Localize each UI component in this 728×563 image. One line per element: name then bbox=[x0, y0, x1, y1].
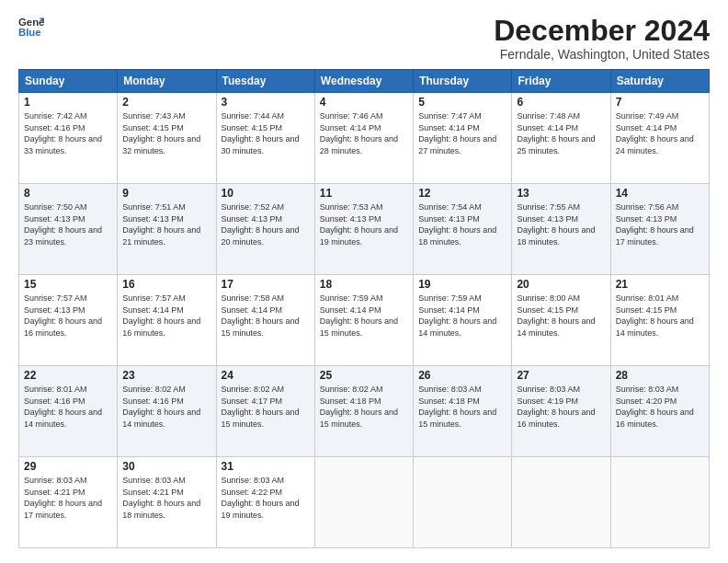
sunset-label: Sunset: 4:14 PM bbox=[616, 123, 677, 132]
daylight-label: Daylight: 8 hours and 14 minutes. bbox=[122, 408, 200, 429]
day-info: Sunrise: 7:56 AM Sunset: 4:13 PM Dayligh… bbox=[616, 201, 704, 247]
day-number: 14 bbox=[616, 187, 704, 200]
sunrise-label: Sunrise: 7:54 AM bbox=[418, 202, 482, 212]
sunrise-label: Sunrise: 8:02 AM bbox=[222, 385, 285, 394]
calendar-cell: 28 Sunrise: 8:03 AM Sunset: 4:20 PM Dayl… bbox=[610, 366, 709, 457]
calendar-cell: 8 Sunrise: 7:50 AM Sunset: 4:13 PM Dayli… bbox=[19, 184, 118, 275]
calendar-cell: 12 Sunrise: 7:54 AM Sunset: 4:13 PM Dayl… bbox=[414, 184, 512, 275]
sunrise-label: Sunrise: 8:02 AM bbox=[122, 385, 186, 394]
day-number: 31 bbox=[222, 460, 310, 473]
daylight-label: Daylight: 8 hours and 27 minutes. bbox=[418, 134, 496, 155]
daylight-label: Daylight: 8 hours and 17 minutes. bbox=[24, 499, 102, 520]
day-number: 20 bbox=[517, 278, 605, 291]
day-number: 27 bbox=[517, 369, 605, 382]
calendar-cell bbox=[414, 457, 512, 548]
location: Ferndale, Washington, United States bbox=[494, 47, 710, 62]
sunset-label: Sunset: 4:18 PM bbox=[320, 396, 381, 406]
daylight-label: Daylight: 8 hours and 33 minutes. bbox=[24, 134, 102, 155]
day-info: Sunrise: 8:00 AM Sunset: 4:15 PM Dayligh… bbox=[517, 293, 605, 339]
day-info: Sunrise: 8:02 AM Sunset: 4:18 PM Dayligh… bbox=[320, 384, 408, 430]
day-number: 17 bbox=[222, 278, 310, 291]
day-number: 21 bbox=[616, 278, 704, 291]
day-number: 5 bbox=[418, 96, 506, 109]
day-info: Sunrise: 7:57 AM Sunset: 4:14 PM Dayligh… bbox=[122, 293, 210, 339]
day-number: 15 bbox=[24, 278, 112, 291]
sunset-label: Sunset: 4:18 PM bbox=[418, 396, 480, 406]
sunset-label: Sunset: 4:22 PM bbox=[222, 488, 283, 497]
day-info: Sunrise: 7:48 AM Sunset: 4:14 PM Dayligh… bbox=[517, 110, 605, 156]
sunset-label: Sunset: 4:16 PM bbox=[122, 396, 184, 406]
sunrise-label: Sunrise: 8:03 AM bbox=[418, 385, 482, 394]
sunrise-label: Sunrise: 8:01 AM bbox=[616, 293, 679, 303]
daylight-label: Daylight: 8 hours and 15 minutes. bbox=[222, 316, 300, 338]
daylight-label: Daylight: 8 hours and 30 minutes. bbox=[222, 134, 300, 155]
sunrise-label: Sunrise: 7:48 AM bbox=[517, 111, 580, 121]
daylight-label: Daylight: 8 hours and 16 minutes. bbox=[24, 316, 102, 338]
calendar-cell: 16 Sunrise: 7:57 AM Sunset: 4:14 PM Dayl… bbox=[118, 275, 216, 366]
day-info: Sunrise: 7:57 AM Sunset: 4:13 PM Dayligh… bbox=[24, 293, 112, 339]
day-number: 11 bbox=[320, 187, 408, 200]
day-info: Sunrise: 7:50 AM Sunset: 4:13 PM Dayligh… bbox=[24, 201, 112, 247]
day-number: 26 bbox=[418, 369, 506, 382]
sunset-label: Sunset: 4:13 PM bbox=[418, 214, 480, 224]
calendar-cell: 21 Sunrise: 8:01 AM Sunset: 4:15 PM Dayl… bbox=[610, 275, 709, 366]
title-area: December 2024 Ferndale, Washington, Unit… bbox=[494, 15, 710, 62]
calendar-cell: 10 Sunrise: 7:52 AM Sunset: 4:13 PM Dayl… bbox=[216, 184, 314, 275]
daylight-label: Daylight: 8 hours and 15 minutes. bbox=[222, 408, 300, 429]
day-info: Sunrise: 7:44 AM Sunset: 4:15 PM Dayligh… bbox=[222, 110, 310, 156]
daylight-label: Daylight: 8 hours and 18 minutes. bbox=[122, 499, 200, 520]
sunset-label: Sunset: 4:17 PM bbox=[222, 396, 283, 406]
daylight-label: Daylight: 8 hours and 17 minutes. bbox=[616, 225, 694, 247]
daylight-label: Daylight: 8 hours and 25 minutes. bbox=[517, 134, 595, 155]
day-number: 25 bbox=[320, 369, 408, 382]
day-info: Sunrise: 7:53 AM Sunset: 4:13 PM Dayligh… bbox=[320, 201, 408, 247]
calendar-cell: 25 Sunrise: 8:02 AM Sunset: 4:18 PM Dayl… bbox=[314, 366, 413, 457]
day-header-wednesday: Wednesday bbox=[314, 70, 413, 93]
calendar-cell: 14 Sunrise: 7:56 AM Sunset: 4:13 PM Dayl… bbox=[610, 184, 709, 275]
daylight-label: Daylight: 8 hours and 14 minutes. bbox=[418, 316, 496, 338]
day-info: Sunrise: 7:54 AM Sunset: 4:13 PM Dayligh… bbox=[418, 201, 506, 247]
day-info: Sunrise: 8:03 AM Sunset: 4:20 PM Dayligh… bbox=[616, 384, 704, 430]
sunset-label: Sunset: 4:14 PM bbox=[320, 305, 381, 315]
day-info: Sunrise: 8:03 AM Sunset: 4:21 PM Dayligh… bbox=[122, 475, 210, 521]
day-info: Sunrise: 8:03 AM Sunset: 4:19 PM Dayligh… bbox=[517, 384, 605, 430]
day-info: Sunrise: 8:03 AM Sunset: 4:18 PM Dayligh… bbox=[418, 384, 506, 430]
sunset-label: Sunset: 4:13 PM bbox=[222, 214, 283, 224]
daylight-label: Daylight: 8 hours and 14 minutes. bbox=[517, 316, 595, 338]
day-info: Sunrise: 8:03 AM Sunset: 4:21 PM Dayligh… bbox=[24, 475, 112, 521]
svg-text:Blue: Blue bbox=[18, 27, 41, 38]
sunset-label: Sunset: 4:13 PM bbox=[616, 214, 677, 224]
day-number: 13 bbox=[517, 187, 605, 200]
calendar-cell: 24 Sunrise: 8:02 AM Sunset: 4:17 PM Dayl… bbox=[216, 366, 314, 457]
month-title: December 2024 bbox=[494, 15, 710, 47]
daylight-label: Daylight: 8 hours and 16 minutes. bbox=[616, 408, 694, 429]
day-number: 28 bbox=[616, 369, 704, 382]
sunrise-label: Sunrise: 7:49 AM bbox=[616, 111, 679, 121]
daylight-label: Daylight: 8 hours and 14 minutes. bbox=[24, 408, 102, 429]
day-number: 30 bbox=[122, 460, 210, 473]
day-info: Sunrise: 7:49 AM Sunset: 4:14 PM Dayligh… bbox=[616, 110, 704, 156]
calendar-cell: 19 Sunrise: 7:59 AM Sunset: 4:14 PM Dayl… bbox=[414, 275, 512, 366]
daylight-label: Daylight: 8 hours and 16 minutes. bbox=[122, 316, 200, 338]
daylight-label: Daylight: 8 hours and 28 minutes. bbox=[320, 134, 398, 155]
sunrise-label: Sunrise: 7:53 AM bbox=[320, 202, 383, 212]
day-header-saturday: Saturday bbox=[610, 70, 709, 93]
sunrise-label: Sunrise: 8:03 AM bbox=[122, 476, 186, 485]
day-number: 4 bbox=[320, 96, 408, 109]
day-info: Sunrise: 7:59 AM Sunset: 4:14 PM Dayligh… bbox=[418, 293, 506, 339]
calendar-cell: 31 Sunrise: 8:03 AM Sunset: 4:22 PM Dayl… bbox=[216, 457, 314, 548]
calendar-cell: 7 Sunrise: 7:49 AM Sunset: 4:14 PM Dayli… bbox=[610, 93, 709, 184]
day-info: Sunrise: 7:52 AM Sunset: 4:13 PM Dayligh… bbox=[222, 201, 310, 247]
calendar-cell: 9 Sunrise: 7:51 AM Sunset: 4:13 PM Dayli… bbox=[118, 184, 216, 275]
daylight-label: Daylight: 8 hours and 15 minutes. bbox=[320, 408, 398, 429]
day-number: 24 bbox=[222, 369, 310, 382]
calendar-cell: 30 Sunrise: 8:03 AM Sunset: 4:21 PM Dayl… bbox=[118, 457, 216, 548]
day-info: Sunrise: 7:43 AM Sunset: 4:15 PM Dayligh… bbox=[122, 110, 210, 156]
day-info: Sunrise: 8:02 AM Sunset: 4:17 PM Dayligh… bbox=[222, 384, 310, 430]
sunrise-label: Sunrise: 8:02 AM bbox=[320, 385, 383, 394]
sunset-label: Sunset: 4:20 PM bbox=[616, 396, 677, 406]
daylight-label: Daylight: 8 hours and 15 minutes. bbox=[418, 408, 496, 429]
calendar-cell: 17 Sunrise: 7:58 AM Sunset: 4:14 PM Dayl… bbox=[216, 275, 314, 366]
calendar-cell: 18 Sunrise: 7:59 AM Sunset: 4:14 PM Dayl… bbox=[314, 275, 413, 366]
sunrise-label: Sunrise: 7:56 AM bbox=[616, 202, 679, 212]
